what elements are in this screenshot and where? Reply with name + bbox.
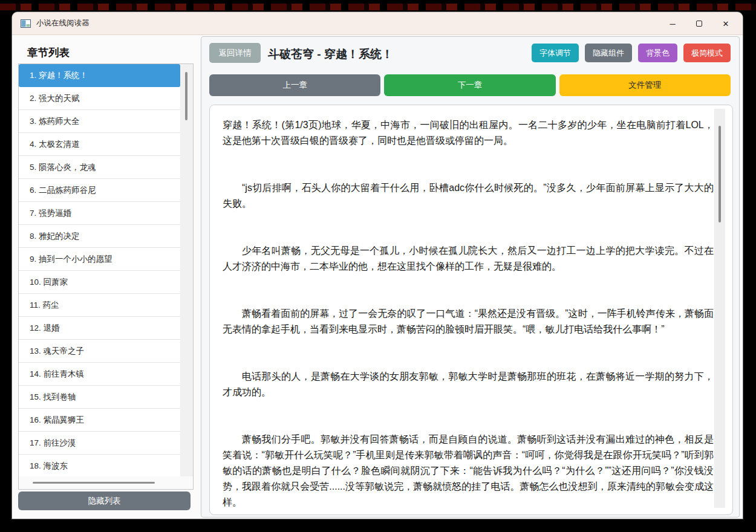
paragraph: “js切后排啊，石头人你的大留着干什么用，卧槽adc你什么时候死的。”没多久，少… [223, 180, 714, 212]
chapter-item[interactable]: 13. 魂天帝之子 [19, 340, 180, 363]
paragraph: 电话那头的人，是萧畅在大学谈的女朋友郭敏，郭敏大学时是萧畅那班的班花，在萧畅将近… [223, 369, 714, 400]
back-to-details-button[interactable]: 返回详情 [209, 43, 261, 63]
chapter-item[interactable]: 7. 强势逼婚 [19, 202, 180, 225]
chapter-items: 1. 穿越！系统！ 2. 强大的天赋 3. 炼药师大全 4. 太极玄清道 5. … [19, 64, 180, 478]
app-icon [21, 19, 31, 28]
chapter-text: 穿越！系统！(第1/3页)地球，华夏，中海市，一间破旧的出租屋内。一名二十多岁的… [210, 105, 721, 515]
reader-content[interactable]: 穿越！系统！(第1/3页)地球，华夏，中海市，一间破旧的出租屋内。一名二十多岁的… [209, 105, 733, 515]
chapter-nav: 上一章 下一章 文件管理 [209, 74, 731, 96]
chapter-item[interactable]: 12. 退婚 [19, 317, 180, 340]
paragraph: 少年名叫萧畅，无父无母是一个孤儿，小时候在孤儿院长大，然后又一边打工一边上学的把… [223, 243, 714, 274]
prev-chapter-button[interactable]: 上一章 [209, 74, 380, 96]
hide-list-button[interactable]: 隐藏列表 [18, 491, 191, 510]
paragraph: 穿越！系统！(第1/3页)地球，华夏，中海市，一间破旧的出租屋内。一名二十多岁的… [223, 117, 714, 149]
chapter-item[interactable]: 15. 找到卷轴 [19, 386, 180, 409]
chapter-list-vscrollbar[interactable] [180, 64, 193, 476]
maximize-button[interactable] [686, 12, 712, 35]
chapter-list-hscrollbar-thumb[interactable] [33, 482, 155, 484]
window-controls: ─ ✕ [659, 12, 739, 35]
app-window: 小说在线阅读器 ─ ✕ 章节列表 1. 穿越！系统！ 2. 强大的天赋 3. 炼… [12, 12, 743, 519]
background-color-button[interactable]: 背景色 [638, 44, 677, 62]
toolbar: 字体调节 隐藏组件 背景色 极简模式 [532, 44, 731, 62]
chapter-list-hscrollbar[interactable] [19, 476, 193, 489]
font-settings-button[interactable]: 字体调节 [532, 44, 579, 62]
paragraph: 萧畅我们分手吧。郭敏并没有回答萧畅话，而是自顾自的说道。萧畅听到这话并没有漏出难… [223, 432, 714, 510]
content-scrollbar-thumb[interactable] [719, 126, 721, 222]
chapter-item[interactable]: 6. 二品炼药师谷尼 [19, 179, 180, 202]
chapter-item[interactable]: 8. 雅妃的决定 [19, 225, 180, 248]
chapter-item[interactable]: 14. 前往青木镇 [19, 363, 180, 386]
chapter-item[interactable]: 17. 前往沙漠 [19, 432, 180, 455]
window-title: 小说在线阅读器 [36, 18, 90, 28]
hide-widgets-button[interactable]: 隐藏组件 [585, 44, 632, 62]
chapter-item[interactable]: 1. 穿越！系统！ [19, 64, 180, 87]
minimize-button[interactable]: ─ [659, 12, 686, 35]
file-manager-button[interactable]: 文件管理 [559, 74, 731, 96]
reader-panel: 返回详情 斗破苍穹 - 穿越！系统！ 字体调节 隐藏组件 背景色 极简模式 上一… [201, 36, 740, 517]
background-window-artifact [0, 4, 756, 10]
chapter-item[interactable]: 10. 回萧家 [19, 271, 180, 294]
chapter-item[interactable]: 3. 炼药师大全 [19, 110, 180, 133]
close-button[interactable]: ✕ [712, 12, 739, 35]
chapter-item[interactable]: 16. 紫晶翼狮王 [19, 409, 180, 432]
paragraph: 萧畅看着面前的屏幕，过了一会无奈的叹了一口气道：“果然还是没有晋级。”这时，一阵… [223, 306, 714, 337]
chapter-list: 1. 穿越！系统！ 2. 强大的天赋 3. 炼药师大全 4. 太极玄清道 5. … [18, 63, 194, 490]
book-chapter-title: 斗破苍穹 - 穿越！系统！ [268, 47, 393, 62]
content-scrollbar[interactable] [714, 109, 725, 508]
maximize-icon [696, 21, 702, 27]
chapter-item[interactable]: 11. 药尘 [19, 294, 180, 317]
next-chapter-button[interactable]: 下一章 [384, 74, 555, 96]
titlebar: 小说在线阅读器 ─ ✕ [12, 12, 743, 35]
chapter-list-title: 章节列表 [27, 45, 70, 60]
chapter-item[interactable]: 5. 陨落心炎，龙魂 [19, 156, 180, 179]
screen: 小说在线阅读器 ─ ✕ 章节列表 1. 穿越！系统！ 2. 强大的天赋 3. 炼… [0, 0, 756, 532]
chapter-item[interactable]: 2. 强大的天赋 [19, 87, 180, 110]
chapter-item[interactable]: 9. 抽到一个小小的愿望 [19, 248, 180, 271]
minimal-mode-button[interactable]: 极简模式 [683, 44, 731, 62]
chapter-item[interactable]: 4. 太极玄清道 [19, 133, 180, 156]
chapter-list-vscrollbar-thumb[interactable] [185, 72, 187, 120]
chapter-item[interactable]: 18. 海波东 [19, 455, 180, 478]
